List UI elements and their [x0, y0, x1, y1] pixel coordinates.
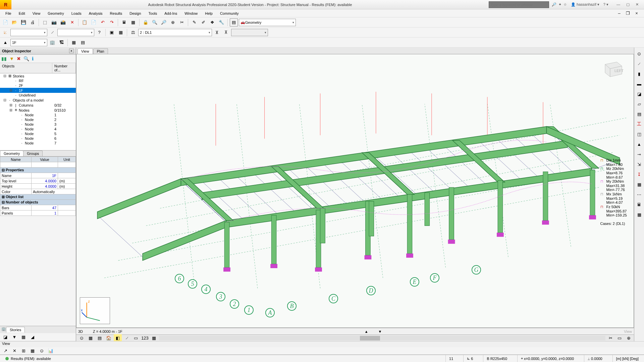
layout-icon[interactable]: ▤: [230, 18, 238, 26]
prop-col-unit[interactable]: Unit: [58, 157, 76, 162]
viewport-3d[interactable]: A B C D E F G 1 2 3 4 5 6 LEFT ⊓Dis 1mmM…: [76, 54, 634, 328]
menu-design[interactable]: Design: [126, 10, 144, 16]
menu-results[interactable]: Results: [107, 10, 126, 16]
tree-row[interactable]: ·Node1: [0, 113, 76, 117]
print-icon[interactable]: 🖨: [29, 18, 37, 26]
help-icon[interactable]: ? ▾: [603, 2, 608, 7]
mdi-minimize-icon[interactable]: –: [615, 9, 623, 17]
vf8-icon[interactable]: 123: [141, 334, 149, 342]
rt-mesh-icon[interactable]: ▦: [635, 180, 643, 188]
story-up-icon[interactable]: ▲: [1, 39, 9, 47]
ft3-icon[interactable]: ▦: [19, 333, 28, 341]
sys4-icon[interactable]: ▦: [29, 347, 37, 355]
viewport-scrollbar[interactable]: [159, 336, 605, 341]
rt-col-icon[interactable]: ▮: [635, 70, 643, 78]
rt-clad-icon[interactable]: ▤: [635, 110, 643, 118]
copy-icon[interactable]: 📋: [80, 18, 89, 26]
opt2-icon[interactable]: ▦: [117, 28, 125, 37]
insp-find-icon[interactable]: 🔍: [23, 56, 29, 61]
save-icon[interactable]: 💾: [19, 18, 28, 26]
snap-icon[interactable]: ⌖: [521, 356, 523, 361]
rt-node-icon[interactable]: ⊙: [635, 50, 643, 58]
axes-icon[interactable]: ⟀: [1, 28, 9, 37]
view-up-icon[interactable]: ▲: [365, 329, 368, 334]
vf9-icon[interactable]: ▦: [150, 334, 158, 342]
menu-file[interactable]: File: [2, 10, 15, 16]
coordinate-triad[interactable]: zx: [80, 297, 110, 324]
calc-icon[interactable]: 🖩: [120, 18, 128, 26]
col-number[interactable]: Number of...: [52, 63, 76, 73]
loadcase-combo[interactable]: 2 : DL1: [138, 29, 212, 36]
tab-groups[interactable]: Groups: [23, 150, 43, 156]
key-icon[interactable]: ✦: [558, 2, 561, 7]
inspector-tree[interactable]: ⊟⊞Stories·RF·2F⊞·1F·Undefined⊟·Objects o…: [0, 73, 76, 150]
load-icon[interactable]: ⚖: [129, 28, 137, 37]
view-down-icon[interactable]: ▼: [378, 329, 382, 334]
story-a-icon[interactable]: 🏢: [48, 39, 56, 47]
menu-community[interactable]: Community: [217, 10, 242, 16]
tree-row[interactable]: ·2F: [0, 83, 76, 88]
zoom-extents-icon[interactable]: 🔎: [160, 18, 168, 26]
sys5-icon[interactable]: ⊙: [38, 347, 46, 355]
table-icon[interactable]: ▦: [129, 18, 137, 26]
rt-offset-icon[interactable]: ⇲: [635, 160, 643, 168]
story-b-icon[interactable]: 🏗: [57, 39, 65, 47]
viewport-tab-view[interactable]: View: [77, 48, 93, 54]
rt-material-icon[interactable]: ◫: [635, 130, 643, 138]
vf10-icon[interactable]: ✂: [606, 334, 614, 342]
sys2-icon[interactable]: ✕: [10, 347, 18, 355]
layers-icon[interactable]: ❖: [208, 18, 216, 26]
tree-row[interactable]: ⊞✳Nodes0/1510: [0, 108, 76, 113]
vf2-icon[interactable]: ▦: [87, 334, 95, 342]
binoculars-icon[interactable]: 🔎: [552, 2, 556, 7]
prop-col-name[interactable]: Name: [0, 157, 32, 162]
tree-row[interactable]: ·Node5: [0, 131, 76, 136]
layout-combo[interactable]: 🚗 Geometry: [239, 19, 296, 26]
delete-icon[interactable]: ✕: [68, 18, 76, 26]
node-select-combo[interactable]: [10, 29, 47, 36]
camera-icon[interactable]: 📸: [59, 18, 67, 26]
search-input[interactable]: [489, 1, 549, 8]
vf12-icon[interactable]: ⊕: [625, 334, 633, 342]
section-properties[interactable]: ⊟ Properties: [0, 168, 76, 173]
redo-icon[interactable]: ↷: [108, 18, 116, 26]
edit-icon[interactable]: ✎: [190, 18, 198, 26]
rt-beam-icon[interactable]: ▬: [635, 80, 643, 88]
tree-row[interactable]: ·RF: [0, 78, 76, 83]
new-icon[interactable]: 📄: [1, 18, 9, 26]
ft2-icon[interactable]: ▼: [10, 333, 18, 341]
cube-icon[interactable]: ⬚: [41, 18, 49, 26]
menu-geometry[interactable]: Geometry: [44, 10, 67, 16]
bottom-tab-icon[interactable]: 🏢: [1, 327, 6, 333]
ortho-icon[interactable]: ⟂: [588, 357, 590, 361]
tree-row[interactable]: ⊞·1F: [0, 88, 76, 93]
menu-view[interactable]: View: [29, 10, 44, 16]
ft1-icon[interactable]: ◪: [1, 333, 9, 341]
vf6-icon[interactable]: ⟋: [123, 334, 131, 342]
tree-row[interactable]: ⊟⊞Stories: [0, 73, 76, 78]
select-icon[interactable]: ⊕: [169, 18, 177, 26]
section-objectlist[interactable]: ⊞ Object list: [0, 194, 76, 200]
menu-analysis[interactable]: Analysis: [86, 10, 106, 16]
rt-calc-icon[interactable]: 🖩: [635, 200, 643, 208]
star-icon[interactable]: ☆: [564, 2, 567, 7]
rt-section-icon[interactable]: 工: [635, 120, 643, 128]
user-badge[interactable]: 👤 hassanhazif ▾: [569, 2, 601, 7]
wrench-icon[interactable]: 🔧: [217, 18, 225, 26]
close-button[interactable]: ✕: [636, 2, 639, 7]
bar-select-combo[interactable]: [57, 29, 94, 36]
vf7-icon[interactable]: ▭: [132, 334, 140, 342]
rt-release-icon[interactable]: ⊸: [635, 150, 643, 158]
vf5-icon[interactable]: ◧: [114, 334, 122, 342]
maximize-button[interactable]: ▢: [626, 2, 630, 7]
tree-row[interactable]: ·Node7: [0, 141, 76, 145]
vf1-icon[interactable]: ⊙: [77, 334, 86, 342]
lc-next-icon[interactable]: ⊼: [222, 28, 230, 37]
lock-icon[interactable]: 🔒: [142, 18, 150, 26]
section-numberobjects[interactable]: ⊟ Number of objects: [0, 200, 76, 205]
rt-panel-icon[interactable]: ◪: [635, 90, 643, 98]
prop-col-value[interactable]: Value: [31, 157, 58, 162]
sys3-icon[interactable]: ⊞: [19, 347, 28, 355]
tab-geometry[interactable]: Geometry: [0, 150, 23, 156]
story-d-icon[interactable]: ▤: [79, 39, 87, 47]
